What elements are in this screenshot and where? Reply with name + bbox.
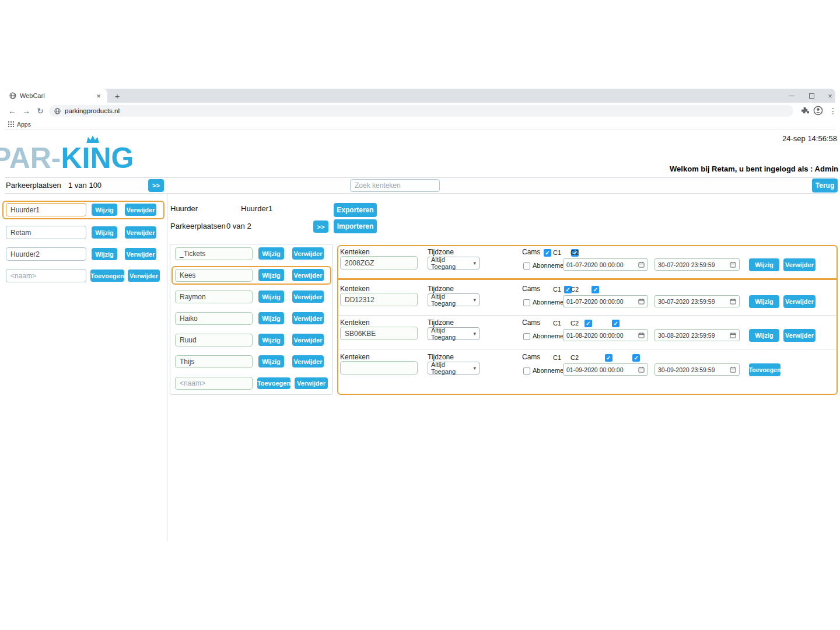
abonnement-1-checkbox[interactable] [523,299,530,306]
spot-0-wijzig-button[interactable]: Wijzig [258,247,284,260]
spot-3-name-input[interactable] [175,312,253,325]
abonnement-3-checkbox[interactable] [523,368,530,374]
start-1-value: 01-07-2020 00:00:00 [566,298,624,305]
profile-avatar-icon[interactable] [813,106,823,116]
window-close-button[interactable] [821,89,839,103]
end-1-datetime[interactable]: 30-07-2020 23:59:59 [654,295,740,307]
logo-text-main: KING [61,142,134,174]
extensions-icon[interactable] [800,106,809,115]
kenteken-1-verwijder-button[interactable]: Verwijder [783,295,816,308]
start-2-datetime[interactable]: 01-08-2020 00:00:00 [563,329,648,341]
new-tab-button[interactable] [112,90,123,101]
search-kenteken-input[interactable] [350,179,440,192]
spot-1-verwijder-button[interactable]: Verwijder [292,269,324,281]
tijdzone-1-select[interactable]: Altijd Toegang [428,293,480,306]
huurder-2-name-input[interactable] [6,247,86,261]
spot-3-verwijder-button[interactable]: Verwijder [292,312,324,324]
importeren-button[interactable]: Importeren [334,219,377,233]
window-minimize-button[interactable] [783,89,800,103]
kenteken-0-input[interactable] [340,256,418,270]
huurder-2-verwijder-button[interactable]: Verwijder [125,248,156,260]
start-3-datetime[interactable]: 01-09-2020 00:00:00 [563,363,648,376]
spot-5-wijzig-button[interactable]: Wijzig [258,355,284,368]
kenteken-0-verwijder-button[interactable]: Verwijder [783,258,816,271]
apps-grid-icon[interactable] [8,121,14,127]
spot-toevoegen-button[interactable]: Toevoegen [257,377,290,389]
spot-2-verwijder-button[interactable]: Verwijder [292,290,324,303]
huurder-1-wijzig-button[interactable]: Wijzig [92,226,117,239]
calendar-icon [730,332,736,338]
c1-2-checkbox[interactable] [584,320,592,327]
address-bar[interactable]: parkingproducts.nl [49,105,793,117]
new-spot-name-input[interactable] [175,377,253,390]
kenteken-2-input[interactable] [340,327,418,340]
panel-divider [167,194,167,541]
back-icon[interactable] [7,106,18,116]
c2-1-checkbox[interactable] [592,286,599,293]
kenteken-label: Kenteken [340,353,370,361]
spot-leeg-verwijder-button[interactable]: Verwijder [295,377,328,389]
c1-3-checkbox[interactable] [605,354,612,362]
reload-icon[interactable] [35,106,46,116]
site-info-icon[interactable] [54,108,61,114]
kenteken-0-wijzig-button[interactable]: Wijzig [749,258,779,271]
huurder-leeg-verwijder-button[interactable]: Verwijder [128,270,160,282]
kenteken-toevoegen-button[interactable]: Toevoegen [749,363,780,376]
kenteken-2-verwijder-button[interactable]: Verwijder [783,329,816,342]
c1-label: C1 [553,286,561,293]
end-0-datetime[interactable]: 30-07-2020 23:59:59 [654,258,740,271]
huurder-0-verwijder-button[interactable]: Verwijder [125,204,156,216]
huurder-detail-label: Huurder [170,204,198,213]
end-2-datetime[interactable]: 30-08-2020 23:59:59 [654,329,740,341]
c1-0-checkbox[interactable] [544,249,551,257]
kenteken-1-input[interactable] [340,293,418,306]
expand-huurders-button[interactable]: >> [148,179,164,192]
abonnement-2-checkbox[interactable] [523,333,530,340]
tab-close-icon[interactable] [94,92,103,100]
abonnement-0-checkbox[interactable] [523,262,530,270]
forward-icon[interactable] [21,106,32,116]
spot-4-wijzig-button[interactable]: Wijzig [258,334,284,346]
spot-5-verwijder-button[interactable]: Verwijder [292,355,324,368]
huurder-0-wijzig-button[interactable]: Wijzig [92,204,117,216]
spot-2-wijzig-button[interactable]: Wijzig [258,290,284,303]
huurder-2-wijzig-button[interactable]: Wijzig [92,248,117,260]
c2-2-checkbox[interactable] [612,320,620,327]
huurder-1-verwijder-button[interactable]: Verwijder [125,226,156,239]
spot-1-name-input[interactable] [175,269,253,282]
spot-4-verwijder-button[interactable]: Verwijder [292,334,324,346]
kenteken-1-wijzig-button[interactable]: Wijzig [749,295,779,308]
c2-3-checkbox[interactable] [632,354,640,362]
huurder-0-name-input[interactable] [6,203,86,216]
spot-3-wijzig-button[interactable]: Wijzig [258,312,284,324]
c2-label: C2 [570,286,579,293]
browser-menu-icon[interactable] [828,105,838,117]
tab-title: WebCarl [20,92,91,99]
spot-5-name-input[interactable] [175,355,253,368]
apps-bookmark-label[interactable]: Apps [17,121,31,128]
huurder-1-name-input[interactable] [6,226,86,239]
start-0-datetime[interactable]: 01-07-2020 00:00:00 [563,258,648,271]
start-1-datetime[interactable]: 01-07-2020 00:00:00 [563,295,648,307]
tijdzone-3-select[interactable]: Altijd Toegang [428,362,480,374]
site-favicon-icon [9,92,16,99]
spot-2-name-input[interactable] [175,290,253,303]
row-separator [338,315,836,316]
expand-spots-button[interactable]: >> [313,220,328,233]
tijdzone-0-select[interactable]: Altijd Toegang [428,257,480,270]
tijdzone-2-select[interactable]: Altijd Toegang [428,327,480,340]
browser-tab[interactable]: WebCarl [5,89,107,103]
huurder-toevoegen-button[interactable]: Toevoegen [90,270,124,282]
spot-0-verwijder-button[interactable]: Verwijder [292,247,324,260]
spot-1-wijzig-button[interactable]: Wijzig [258,269,284,281]
kenteken-3-input[interactable] [340,361,418,374]
new-huurder-name-input[interactable] [6,269,86,282]
exporteren-button[interactable]: Exporteren [334,203,377,217]
spot-4-name-input[interactable] [175,334,253,346]
spot-0-name-input[interactable] [175,247,253,260]
kenteken-2-wijzig-button[interactable]: Wijzig [749,329,779,342]
end-3-datetime[interactable]: 30-09-2020 23:59:59 [654,363,740,376]
logo-text-pre: PAR- [0,142,61,174]
terug-button[interactable]: Terug [812,178,838,192]
window-maximize-button[interactable] [803,89,820,103]
